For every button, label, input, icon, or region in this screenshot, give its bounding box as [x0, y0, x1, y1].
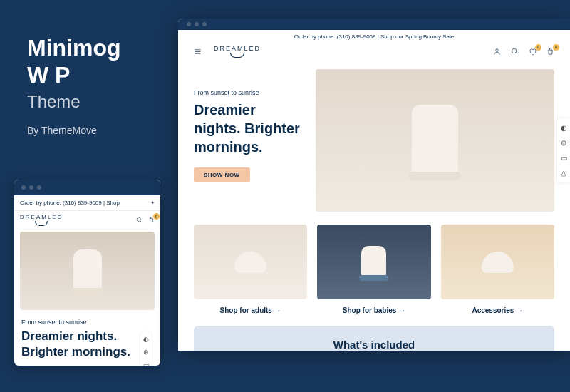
toolbar-icon[interactable]: ▭: [559, 154, 568, 162]
lamp-product: [412, 105, 458, 176]
cart-icon[interactable]: [148, 217, 155, 223]
window-dot: [29, 185, 33, 190]
hero-headline: Dreamier nights. Brighter mornings.: [194, 100, 304, 156]
window-dot: [37, 185, 41, 190]
hero-section: From sunset to sunrise Dreamier nights. …: [178, 63, 570, 212]
whats-included-section: What's included: [194, 326, 554, 351]
mobile-promo-bar: Order by phone: (310) 839-9009 | Shop +: [14, 195, 160, 211]
lamp-product: [73, 249, 102, 292]
hero-headline: Dreamier nights. Brighter mornings.: [21, 329, 153, 360]
product-info-sidebar: Minimog W P Theme By ThemeMove: [27, 34, 155, 136]
cart-icon[interactable]: [546, 48, 554, 56]
window-dot: [21, 185, 26, 190]
category-card-adults[interactable]: Shop for adults: [194, 225, 307, 314]
toolbar-icon[interactable]: ◐: [559, 124, 568, 132]
dome-product: [234, 252, 266, 273]
section-title: What's included: [194, 339, 554, 351]
mobile-site-header: DREAMLED: [14, 211, 160, 229]
search-icon[interactable]: [511, 48, 519, 56]
toolbar-icon[interactable]: △: [559, 169, 568, 177]
mobile-window-titlebar: [14, 180, 160, 195]
search-icon[interactable]: [136, 217, 142, 223]
mobile-header-icons: [136, 217, 155, 223]
svg-line-1: [140, 221, 142, 222]
dome-product: [482, 252, 514, 273]
brand-logo[interactable]: DREAMLED: [20, 214, 63, 226]
category-row: Shop for adults Shop for babies Accessor…: [178, 212, 570, 320]
hero-eyebrow: From sunset to sunrise: [194, 89, 304, 96]
lamp-product: [361, 246, 386, 278]
product-title: Minimog W P: [27, 34, 155, 89]
toolbar-icon[interactable]: ⊕: [559, 139, 568, 147]
desktop-window-titlebar: [178, 19, 570, 30]
hero-image: [316, 69, 554, 212]
desktop-preview-frame: Order by phone: (310) 839-9009 | Shop ou…: [178, 19, 570, 351]
svg-point-0: [137, 217, 140, 221]
menu-icon[interactable]: [194, 48, 202, 56]
desktop-promo-bar: Order by phone: (310) 839-9009 | Shop ou…: [178, 30, 570, 43]
desktop-header-icons: [493, 48, 554, 56]
svg-point-5: [496, 48, 499, 51]
svg-point-6: [512, 48, 516, 53]
category-card-accessories[interactable]: Accessories: [441, 225, 554, 314]
hero-text-block: From sunset to sunrise Dreamier nights. …: [194, 69, 304, 212]
plus-icon[interactable]: +: [151, 200, 155, 206]
mobile-hero-image: ◐ ⊕ ▭ △: [20, 232, 155, 310]
user-icon[interactable]: [493, 48, 501, 56]
window-dot: [187, 22, 191, 26]
window-dot: [195, 22, 199, 26]
desktop-side-toolbar: ◐ ⊕ ▭ △: [557, 118, 570, 182]
category-image: [317, 225, 430, 299]
category-card-babies[interactable]: Shop for babies: [317, 225, 430, 314]
toolbar-icon[interactable]: ◐: [142, 336, 150, 343]
hero-eyebrow: From sunset to sunrise: [21, 319, 153, 326]
product-author: By ThemeMove: [27, 125, 155, 136]
category-label: Shop for babies: [317, 306, 430, 314]
brand-logo[interactable]: DREAMLED: [214, 45, 261, 58]
category-label: Shop for adults: [194, 306, 307, 314]
shop-now-button[interactable]: SHOW NOW: [194, 167, 250, 182]
promo-text: Order by phone: (310) 839-9009 | Shop: [20, 200, 120, 206]
toolbar-icon[interactable]: ▭: [142, 361, 150, 366]
svg-line-7: [516, 52, 517, 53]
wishlist-icon[interactable]: [529, 48, 537, 56]
mobile-preview-frame: Order by phone: (310) 839-9009 | Shop + …: [14, 180, 160, 366]
desktop-site-header: DREAMLED: [178, 43, 570, 63]
mobile-hero-text: From sunset to sunrise Dreamier nights. …: [14, 313, 160, 366]
mobile-side-toolbar: ◐ ⊕ ▭ △: [140, 331, 152, 366]
category-image: [441, 225, 554, 299]
window-dot: [202, 22, 207, 26]
category-label: Accessories: [441, 306, 554, 314]
toolbar-icon[interactable]: ⊕: [142, 349, 150, 356]
product-subtitle: Theme: [27, 92, 155, 112]
category-image: [194, 225, 307, 299]
